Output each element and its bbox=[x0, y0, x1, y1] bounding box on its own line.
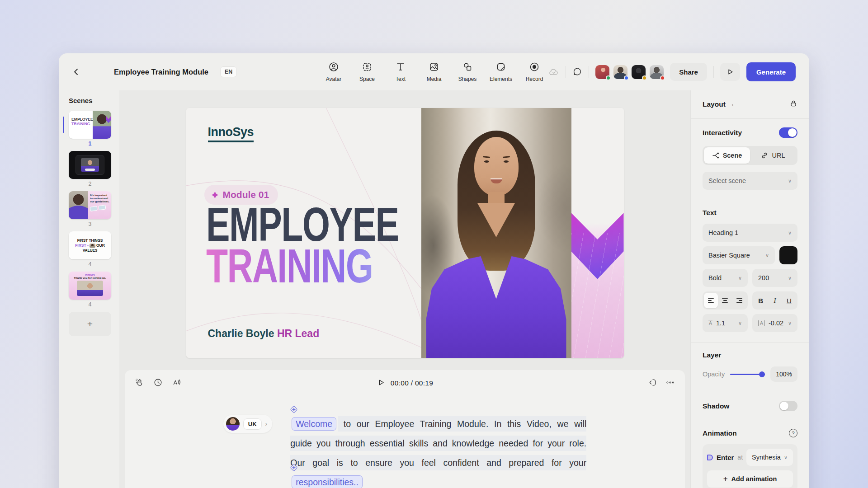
duration-icon[interactable] bbox=[153, 378, 163, 389]
canvas-title[interactable]: EMPLOYEE TRAINING bbox=[206, 204, 399, 287]
play-icon[interactable] bbox=[377, 378, 385, 389]
text-style-dropdown[interactable]: Heading 1 ∨ bbox=[703, 224, 797, 242]
tab-scene[interactable]: Scene bbox=[704, 147, 750, 164]
font-weight-dropdown[interactable]: Bold ∨ bbox=[703, 269, 748, 287]
script-highlight-segment[interactable]: responsibilities.. bbox=[292, 475, 363, 488]
enter-animation-dropdown[interactable]: Synthesia ∨ bbox=[746, 449, 793, 466]
italic-button[interactable]: I bbox=[768, 293, 782, 308]
bold-button[interactable]: B bbox=[754, 293, 768, 308]
collapse-panel-icon[interactable] bbox=[648, 378, 657, 389]
back-icon[interactable] bbox=[72, 68, 80, 76]
font-size-dropdown[interactable]: 200 ∨ bbox=[752, 269, 797, 287]
script-text[interactable]: Welcome to our Employee Training Module.… bbox=[290, 414, 586, 488]
toolbar-avatar[interactable]: Avatar bbox=[321, 61, 347, 82]
sparkle-icon bbox=[211, 191, 219, 199]
layer-label: Layer bbox=[703, 351, 797, 359]
link-icon bbox=[761, 152, 768, 159]
chevron-down-icon: ∨ bbox=[788, 178, 792, 184]
underline-button[interactable]: U bbox=[782, 293, 796, 308]
shadow-section: Shadow bbox=[703, 392, 797, 420]
interactivity-label: Interactivity bbox=[703, 129, 742, 137]
scene-thumbnail-2[interactable]: 2 bbox=[69, 151, 111, 187]
photo-chip bbox=[90, 244, 95, 248]
canvas-accent-strip[interactable] bbox=[571, 108, 624, 358]
space-icon bbox=[362, 61, 373, 74]
enter-animation-card: Enter at Synthesia ∨ + Add animation bbox=[703, 444, 797, 488]
script-highlight-segment[interactable]: Welcome bbox=[292, 417, 336, 431]
align-left-button[interactable] bbox=[704, 293, 718, 308]
gesture-icon[interactable] bbox=[135, 378, 144, 389]
app-window: Employee Training Module EN Avatar Space… bbox=[59, 53, 809, 488]
interactivity-tabs: Scene URL bbox=[703, 146, 797, 165]
shadow-toggle[interactable] bbox=[779, 401, 797, 411]
properties-panel: Layout › Interactivity Scene bbox=[690, 90, 809, 488]
plus-icon: + bbox=[723, 474, 728, 483]
toolbar-record[interactable]: Record bbox=[521, 61, 547, 82]
video-canvas[interactable]: InnoSys Module 01 EMPLOYEE TRAINING Char… bbox=[186, 108, 624, 358]
collaborator-avatar[interactable] bbox=[650, 65, 664, 79]
add-scene-button[interactable]: + bbox=[69, 312, 111, 336]
comments-icon[interactable] bbox=[572, 67, 582, 77]
font-family-dropdown[interactable]: Basier Square ∨ bbox=[703, 246, 775, 264]
menu-icon[interactable] bbox=[91, 68, 101, 75]
toolbar-text[interactable]: Text bbox=[387, 61, 414, 82]
scene-thumbnail-5[interactable]: InnoSys Thank you for joining us. 4 bbox=[69, 272, 111, 308]
presenter-video[interactable] bbox=[421, 108, 571, 358]
animation-marker-icon[interactable] bbox=[290, 406, 298, 413]
generate-button[interactable]: Generate bbox=[746, 62, 796, 81]
preview-play-button[interactable] bbox=[720, 63, 740, 81]
align-right-button[interactable] bbox=[732, 293, 746, 308]
select-scene-dropdown[interactable]: Select scene ∨ bbox=[703, 172, 797, 190]
chevron-graphic bbox=[571, 213, 624, 279]
language-badge[interactable]: EN bbox=[220, 66, 237, 77]
scene-thumbnail-3[interactable]: It's important to understand our guideli… bbox=[69, 191, 111, 227]
voice-language-badge: UK bbox=[243, 418, 262, 430]
opacity-label: Opacity bbox=[703, 371, 725, 378]
letter-spacing-dropdown[interactable]: A -0.02 ∨ bbox=[752, 314, 797, 332]
canvas-text-area[interactable]: InnoSys Module 01 EMPLOYEE TRAINING Char… bbox=[186, 108, 421, 358]
media-icon bbox=[429, 61, 439, 74]
scene-thumbnail-1[interactable]: EMPLOYEE TRAINING 1 bbox=[69, 111, 111, 147]
scene-number: 2 bbox=[69, 181, 111, 187]
opacity-slider[interactable] bbox=[730, 371, 765, 377]
alignment-group bbox=[703, 291, 748, 310]
presenter-caption[interactable]: Charlie Boyle HR Lead bbox=[208, 328, 320, 340]
interactivity-toggle[interactable] bbox=[779, 127, 797, 138]
scene-number: 4 bbox=[69, 261, 111, 267]
scene-number: 4 bbox=[69, 301, 111, 308]
avatar-icon bbox=[328, 61, 339, 74]
layer-section: Layer Opacity 100% bbox=[703, 343, 797, 392]
divider bbox=[566, 66, 566, 78]
script-editor: UK › Welcome to our Employee Training Mo… bbox=[125, 414, 685, 488]
toolbar-shapes[interactable]: Shapes bbox=[454, 61, 481, 82]
toolbar-media[interactable]: Media bbox=[421, 61, 447, 82]
collaborator-avatar[interactable] bbox=[632, 65, 646, 79]
voice-selector[interactable]: UK › bbox=[223, 415, 272, 433]
collaborator-avatar[interactable] bbox=[595, 65, 609, 79]
brand-logo[interactable]: InnoSys bbox=[208, 125, 254, 142]
layout-row[interactable]: Layout › bbox=[703, 90, 797, 118]
tab-url[interactable]: URL bbox=[750, 147, 796, 164]
chevron-down-icon: ∨ bbox=[788, 275, 792, 281]
align-center-button[interactable] bbox=[718, 293, 732, 308]
lock-icon[interactable] bbox=[789, 99, 797, 109]
toolbar-elements[interactable]: Elements bbox=[488, 61, 514, 82]
line-height-dropdown[interactable]: A 1.1 ∨ bbox=[703, 314, 748, 332]
animation-label: Animation bbox=[703, 429, 737, 437]
scene-thumbnail-4[interactable]: FIRST THINGS FIRST - OUR VALUES 4 bbox=[69, 231, 111, 267]
letter-spacing-icon: A bbox=[758, 320, 765, 326]
more-options-icon[interactable] bbox=[665, 378, 675, 389]
add-animation-button[interactable]: + Add animation bbox=[707, 470, 793, 488]
chevron-down-icon: ∨ bbox=[765, 253, 769, 258]
collaborator-avatar[interactable] bbox=[613, 65, 627, 79]
text-color-swatch[interactable] bbox=[779, 246, 797, 264]
toolbar-space[interactable]: Space bbox=[354, 61, 380, 82]
share-button[interactable]: Share bbox=[670, 63, 707, 81]
shadow-label: Shadow bbox=[703, 402, 729, 410]
chevron-down-icon: ∨ bbox=[738, 320, 742, 326]
text-section: Text Heading 1 ∨ Basier Square ∨ Bold ∨ bbox=[703, 200, 797, 342]
time-display: 00:00 / 00:19 bbox=[391, 379, 433, 387]
help-icon[interactable]: ? bbox=[789, 429, 797, 437]
animation-section: Animation ? Enter at Synthesia ∨ + bbox=[703, 420, 797, 488]
voice-icon[interactable] bbox=[172, 378, 181, 389]
